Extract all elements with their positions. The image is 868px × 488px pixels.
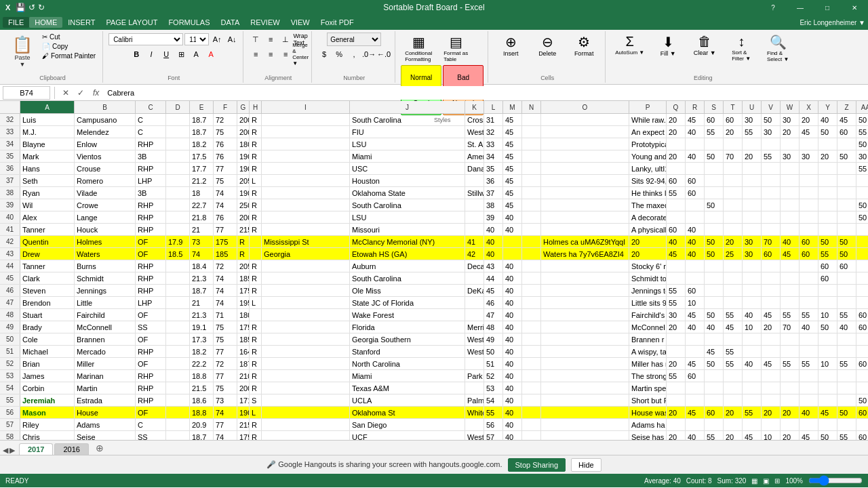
row-number[interactable]: 50	[0, 333, 20, 345]
cell[interactable]	[818, 163, 837, 174]
col-header-z[interactable]: Z	[837, 101, 856, 113]
cell[interactable]: A wispy, tall righty with arguably as mu…	[629, 346, 667, 357]
col-header-i[interactable]: I	[262, 101, 350, 113]
cell[interactable]	[800, 211, 818, 223]
cell[interactable]: 21	[190, 224, 214, 235]
cell[interactable]	[762, 297, 781, 308]
cell[interactable]: 17.3	[190, 333, 214, 345]
cell[interactable]	[762, 260, 781, 272]
cell[interactable]: 40	[503, 285, 522, 296]
row-number[interactable]: 33	[0, 126, 20, 138]
cell[interactable]: McConnell	[75, 321, 136, 333]
cell[interactable]: 40	[503, 260, 522, 272]
cell[interactable]: Miller has r9X5zhHbNQ	[629, 358, 667, 369]
align-center-btn[interactable]: ≡	[264, 47, 277, 61]
cell[interactable]	[522, 285, 541, 296]
cell[interactable]	[541, 321, 629, 333]
cell[interactable]: Wil	[20, 199, 75, 211]
cell[interactable]: James	[20, 370, 75, 382]
col-header-r[interactable]: R	[686, 101, 705, 113]
cell[interactable]: C	[136, 114, 166, 125]
cell[interactable]	[686, 138, 705, 150]
cell[interactable]: 21.3	[190, 309, 214, 321]
cell[interactable]	[166, 187, 190, 199]
cell[interactable]: RHP	[136, 163, 166, 174]
cell[interactable]	[522, 150, 541, 162]
row-number[interactable]: 39	[0, 199, 20, 211]
cell[interactable]: Quentin	[20, 236, 75, 247]
cell[interactable]: 45	[686, 407, 705, 418]
row-number[interactable]: 57	[0, 419, 20, 430]
format-btn[interactable]: ⚙ Format	[567, 33, 601, 58]
add-sheet-btn[interactable]: ⊕	[90, 441, 109, 455]
cell[interactable]: 21.8	[190, 211, 214, 223]
sheet-tab-2016[interactable]: 2016	[54, 443, 88, 455]
cell[interactable]: 33	[484, 138, 503, 150]
cell[interactable]	[262, 394, 350, 406]
cell[interactable]	[818, 419, 837, 430]
cell[interactable]: 50	[818, 431, 837, 440]
cell[interactable]: Missouri	[350, 224, 465, 235]
cell[interactable]: 20	[762, 321, 781, 333]
cell[interactable]	[541, 309, 629, 321]
decrease-font-btn[interactable]: A↓	[225, 33, 239, 46]
cell[interactable]	[262, 114, 350, 125]
cell[interactable]: Merritt Island HS (FL)	[465, 321, 484, 333]
cell[interactable]: 190	[237, 187, 250, 199]
cell[interactable]: 50	[762, 114, 781, 125]
cell[interactable]: 43	[484, 260, 503, 272]
cell[interactable]: 30	[667, 309, 686, 321]
redo-btn[interactable]: ↻	[38, 3, 45, 12]
cell[interactable]: 60	[762, 248, 781, 260]
cell[interactable]: 71	[214, 309, 237, 321]
col-header-u[interactable]: U	[743, 101, 762, 113]
cell[interactable]: 77	[214, 346, 237, 357]
clear-btn[interactable]: 🗑 Clear ▼	[688, 33, 722, 64]
stop-sharing-btn[interactable]: Stop Sharing	[508, 458, 566, 472]
format-painter-button[interactable]: 🖌Format Painter	[39, 52, 98, 60]
col-header-p[interactable]: P	[629, 101, 667, 113]
row-number[interactable]: 51	[0, 346, 20, 357]
cell[interactable]	[166, 321, 190, 333]
row-number[interactable]: 38	[0, 187, 20, 199]
cell[interactable]: 39	[484, 211, 503, 223]
cell[interactable]	[800, 260, 818, 272]
cell[interactable]	[743, 138, 762, 150]
col-header-d[interactable]: D	[166, 101, 190, 113]
cell[interactable]: R	[250, 321, 262, 333]
cell[interactable]	[522, 394, 541, 406]
cell[interactable]: 10	[686, 297, 705, 308]
cell[interactable]: 40	[837, 321, 856, 333]
cell[interactable]: R	[250, 187, 262, 199]
cell[interactable]	[262, 358, 350, 369]
cell[interactable]: 30	[743, 248, 762, 260]
font-select[interactable]: Calibri	[108, 33, 183, 45]
cell[interactable]: 50	[856, 211, 868, 223]
cell[interactable]: 45	[724, 321, 743, 333]
cell[interactable]: 55	[724, 346, 743, 357]
cell[interactable]	[724, 272, 743, 284]
cell[interactable]	[262, 187, 350, 199]
cell[interactable]: Cross Creek HS (GA)	[465, 114, 484, 125]
cell[interactable]: R	[250, 150, 262, 162]
cell[interactable]	[724, 175, 743, 186]
cell[interactable]: Florida	[350, 321, 465, 333]
cell[interactable]	[856, 346, 868, 357]
cell[interactable]: 45	[503, 150, 522, 162]
cell[interactable]: 74	[214, 187, 237, 199]
cell[interactable]: The maxed out Crowe already has one Tomm…	[629, 199, 667, 211]
cell[interactable]: 40	[686, 321, 705, 333]
cell[interactable]	[262, 175, 350, 186]
cell[interactable]: 40	[686, 224, 705, 235]
cell[interactable]: Miller	[75, 358, 136, 369]
cell[interactable]: 50	[856, 394, 868, 406]
cell[interactable]	[705, 419, 724, 430]
cell[interactable]	[686, 419, 705, 430]
cell[interactable]	[724, 333, 743, 345]
cell[interactable]: Georgia Southern	[350, 333, 465, 345]
col-header-a[interactable]: A	[20, 101, 75, 113]
cell[interactable]	[705, 224, 724, 235]
cell[interactable]	[262, 333, 350, 345]
cell[interactable]: 50	[856, 138, 868, 150]
cell[interactable]: South Carolina	[350, 199, 465, 211]
